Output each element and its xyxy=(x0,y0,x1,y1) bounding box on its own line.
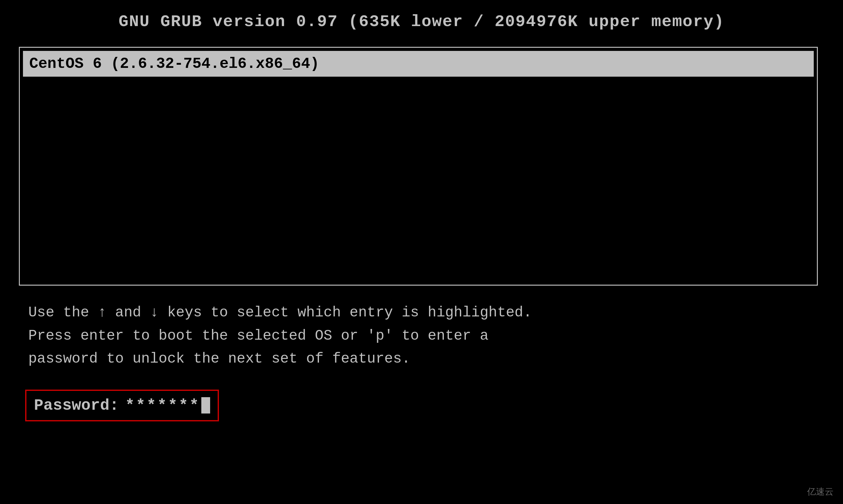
password-label: Password: xyxy=(34,397,119,414)
text-cursor xyxy=(201,397,210,414)
boot-menu-box: CentOS 6 (2.6.32-754.el6.x86_64) xyxy=(19,47,818,286)
watermark: 亿速云 xyxy=(807,486,833,498)
boot-menu-selected-item[interactable]: CentOS 6 (2.6.32-754.el6.x86_64) xyxy=(23,51,814,77)
grub-header: GNU GRUB version 0.97 (635K lower / 2094… xyxy=(19,13,824,31)
instruction-line1: Use the ↑ and ↓ keys to select which ent… xyxy=(28,301,824,325)
grub-screen: GNU GRUB version 0.97 (635K lower / 2094… xyxy=(0,0,843,504)
password-area[interactable]: Password: ******* xyxy=(25,390,219,421)
instruction-line2: Press enter to boot the selected OS or '… xyxy=(28,325,824,348)
password-value: ******* xyxy=(125,397,200,414)
instruction-line3: password to unlock the next set of featu… xyxy=(28,347,824,371)
instructions-block: Use the ↑ and ↓ keys to select which ent… xyxy=(19,301,824,371)
